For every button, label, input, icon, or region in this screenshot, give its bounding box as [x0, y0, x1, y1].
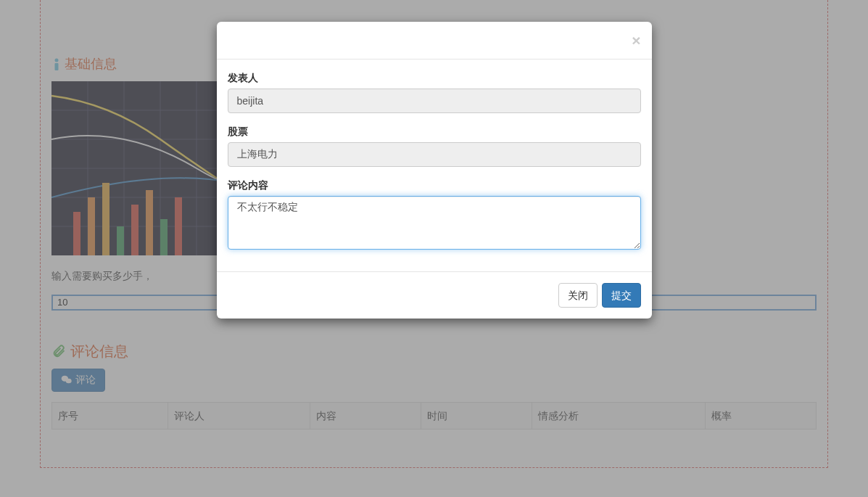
modal-submit-btn[interactable]: 提交	[602, 283, 641, 308]
stock-label: 股票	[228, 124, 641, 139]
comment-modal: × 发表人 股票 评论内容 关闭 提交	[217, 22, 652, 319]
close-icon: ×	[632, 32, 640, 49]
comment-content-textarea[interactable]	[228, 196, 641, 250]
stock-input	[228, 142, 641, 167]
publisher-input	[228, 89, 641, 113]
modal-body: 发表人 股票 评论内容	[217, 59, 652, 271]
modal-close-btn[interactable]: 关闭	[558, 283, 598, 308]
publisher-label: 发表人	[228, 70, 641, 85]
content-label: 评论内容	[228, 178, 641, 192]
modal-close-button[interactable]: ×	[632, 33, 640, 48]
modal-header: ×	[217, 22, 652, 59]
modal-footer: 关闭 提交	[217, 271, 652, 319]
